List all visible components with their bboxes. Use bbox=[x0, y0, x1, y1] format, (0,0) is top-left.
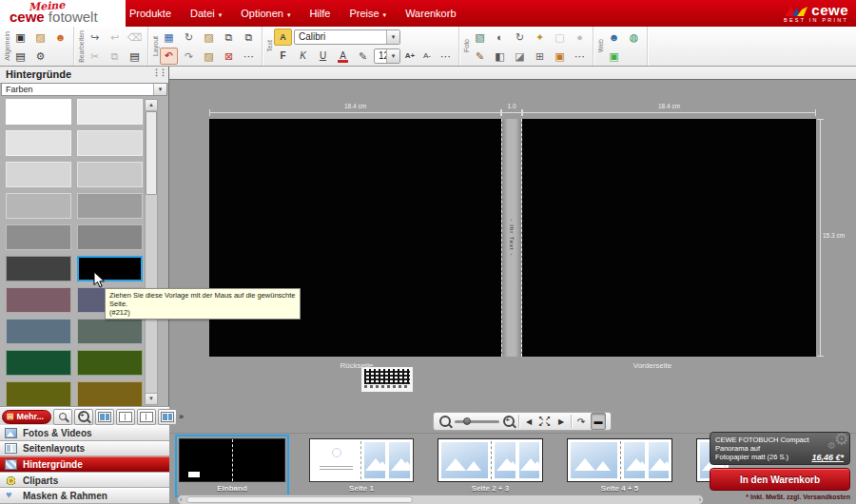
template-folder-icon[interactable]: ▨ bbox=[200, 29, 218, 46]
fit-view-button[interactable]: ↖↗↙↘ bbox=[538, 414, 552, 429]
color-swatch[interactable] bbox=[6, 350, 71, 376]
photo-frame-icon[interactable]: ▧ bbox=[471, 29, 489, 46]
scroll-left-icon[interactable]: ‹ bbox=[180, 495, 182, 504]
thumbnail-einband[interactable]: Einband bbox=[175, 435, 289, 497]
menu-preise[interactable]: Preise▾ bbox=[349, 8, 386, 19]
font-size-combo[interactable]: 12▾ bbox=[374, 48, 400, 64]
menu-hilfe[interactable]: Hilfe bbox=[309, 8, 330, 19]
color-swatch[interactable] bbox=[6, 162, 71, 187]
thumb-spread[interactable] bbox=[567, 438, 672, 482]
thumb-page[interactable] bbox=[309, 438, 414, 482]
tab-cliparts[interactable]: Cliparts bbox=[0, 473, 169, 489]
delete-page-icon[interactable]: ⊠ bbox=[220, 48, 238, 65]
tab-fotos-videos[interactable]: Fotos & Videos bbox=[0, 425, 169, 441]
add-page-before-icon[interactable]: ⧉ bbox=[220, 29, 238, 46]
tab-masken-rahmen[interactable]: Masken & Rahmen bbox=[0, 488, 169, 504]
more-photo-icon[interactable]: ⋯ bbox=[571, 48, 589, 65]
zoom-slider[interactable] bbox=[455, 415, 499, 428]
thumb-size-small-button[interactable] bbox=[53, 409, 72, 425]
chevron-right-icon[interactable]: » bbox=[179, 412, 185, 421]
editor-canvas[interactable]: - Ihr Text - 18.4 cm 1.0 18.4 cm 15.3 cm… bbox=[169, 80, 856, 433]
redo-icon[interactable]: ↪ bbox=[86, 29, 104, 46]
thumb-size-large-button[interactable] bbox=[74, 409, 93, 425]
add-page-after-icon[interactable]: ⧉ bbox=[240, 29, 258, 46]
thumbnail-seite-1[interactable]: Seite 1 bbox=[305, 435, 418, 497]
color-swatch[interactable] bbox=[6, 99, 71, 125]
zoom-out-button[interactable] bbox=[438, 414, 452, 429]
chevron-down-icon[interactable]: ▾ bbox=[153, 84, 166, 95]
panel-handle-icon[interactable]: ⋮⋮ bbox=[152, 68, 165, 77]
color-swatch[interactable] bbox=[77, 224, 143, 250]
menu-datei[interactable]: Datei▾ bbox=[190, 8, 222, 19]
scroll-down-icon[interactable]: ▼ bbox=[146, 393, 157, 404]
underline-button[interactable]: U bbox=[314, 48, 332, 65]
color-swatch[interactable] bbox=[77, 99, 143, 125]
scroll-up-icon[interactable]: ▲ bbox=[146, 100, 157, 111]
swatch-scrollbar[interactable]: ▲ ▼ bbox=[145, 99, 158, 405]
color-swatch[interactable] bbox=[6, 130, 71, 156]
color-swatch[interactable] bbox=[77, 350, 143, 376]
color-swatch[interactable] bbox=[77, 256, 143, 281]
front-cover-page[interactable] bbox=[522, 119, 816, 357]
scroll-right-icon[interactable]: › bbox=[699, 495, 701, 504]
tab-hintergründe[interactable]: Hintergründe bbox=[0, 456, 169, 473]
book-cover-spread[interactable]: - Ihr Text - bbox=[209, 119, 816, 357]
color-swatch[interactable] bbox=[6, 224, 71, 250]
rearrange-pages-button[interactable]: ↷ bbox=[574, 414, 588, 429]
photo-edit-icon[interactable]: ✎ bbox=[471, 48, 489, 65]
frame-icon[interactable]: ▣ bbox=[551, 48, 569, 65]
thumbnail-seite-2-3[interactable]: Seite 2 + 3 bbox=[434, 435, 547, 497]
color-swatch[interactable] bbox=[77, 162, 143, 187]
paste-icon[interactable]: ▤ bbox=[126, 48, 144, 65]
font-family-combo[interactable]: Calibri▾ bbox=[294, 29, 400, 45]
magic-wand-icon[interactable]: ✦ bbox=[531, 29, 549, 46]
next-page-button[interactable]: ▶ bbox=[554, 414, 568, 429]
view-spread-filled-button[interactable] bbox=[95, 409, 114, 425]
thumbnail-seite-4-5[interactable]: Seite 4 + 5 bbox=[563, 435, 676, 497]
previous-page-button[interactable]: ◀ bbox=[522, 414, 535, 429]
color-swatch[interactable] bbox=[77, 193, 143, 219]
collage-icon[interactable]: ⊞ bbox=[531, 48, 549, 65]
color-swatch[interactable] bbox=[77, 381, 143, 407]
save-icon[interactable]: ▣ bbox=[11, 29, 29, 46]
layout-folder-icon[interactable]: ▨ bbox=[200, 48, 218, 65]
save-all-icon[interactable]: ▤ bbox=[11, 48, 29, 65]
redo-layout-icon[interactable]: ↷ bbox=[180, 48, 198, 65]
more-text-icon[interactable]: ⋯ bbox=[437, 48, 455, 65]
zoom-in-button[interactable] bbox=[502, 414, 516, 429]
view-spread-right-button[interactable] bbox=[137, 409, 156, 425]
more-layout-icon[interactable]: ⋯ bbox=[240, 48, 258, 65]
chevron-down-icon[interactable]: ▾ bbox=[386, 30, 399, 44]
font-color-button[interactable]: A bbox=[334, 48, 352, 65]
italic-button[interactable]: K bbox=[294, 48, 312, 65]
menu-produkte[interactable]: Produkte bbox=[129, 8, 171, 19]
thumb-spread[interactable] bbox=[438, 438, 543, 482]
assistant-icon[interactable]: ☻ bbox=[51, 29, 69, 46]
product-price[interactable]: 16,46 €* bbox=[811, 453, 844, 462]
undo-layout-icon[interactable]: ↶ bbox=[160, 48, 178, 65]
rotate-layout-icon[interactable]: ↻ bbox=[180, 29, 198, 46]
photo-fix-icon[interactable]: ◧ bbox=[491, 48, 509, 65]
open-icon[interactable]: ▨ bbox=[31, 29, 49, 46]
color-swatch[interactable] bbox=[6, 193, 71, 219]
back-cover-page[interactable] bbox=[209, 119, 501, 357]
font-increase-button[interactable]: A+ bbox=[402, 48, 418, 65]
photo-adjust-icon[interactable]: ◐ bbox=[491, 29, 509, 46]
color-swatch[interactable] bbox=[6, 287, 71, 313]
web-photo-icon[interactable]: ▣ bbox=[605, 48, 623, 65]
view-spread-left-button[interactable] bbox=[116, 409, 135, 425]
color-swatch[interactable] bbox=[6, 319, 71, 344]
settings-icon[interactable]: ⚙ bbox=[31, 48, 49, 65]
more-backgrounds-button[interactable]: ▤Mehr... bbox=[2, 410, 51, 424]
bold-button[interactable]: F bbox=[274, 48, 292, 65]
globe-icon[interactable]: ◍ bbox=[625, 29, 643, 46]
grid-layout-icon[interactable]: ▦ bbox=[160, 29, 178, 46]
thumb-cover[interactable] bbox=[179, 438, 285, 482]
color-swatch[interactable] bbox=[77, 130, 143, 156]
eraser-icon[interactable]: ◪ bbox=[511, 48, 529, 65]
chevron-down-icon[interactable]: ▾ bbox=[386, 49, 399, 63]
menu-optionen[interactable]: Optionen▾ bbox=[241, 8, 290, 19]
photo-rotate-icon[interactable]: ↻ bbox=[511, 29, 529, 46]
zoom-slider-handle[interactable] bbox=[463, 417, 471, 425]
background-category-select[interactable]: Farben ▾ bbox=[1, 83, 167, 96]
